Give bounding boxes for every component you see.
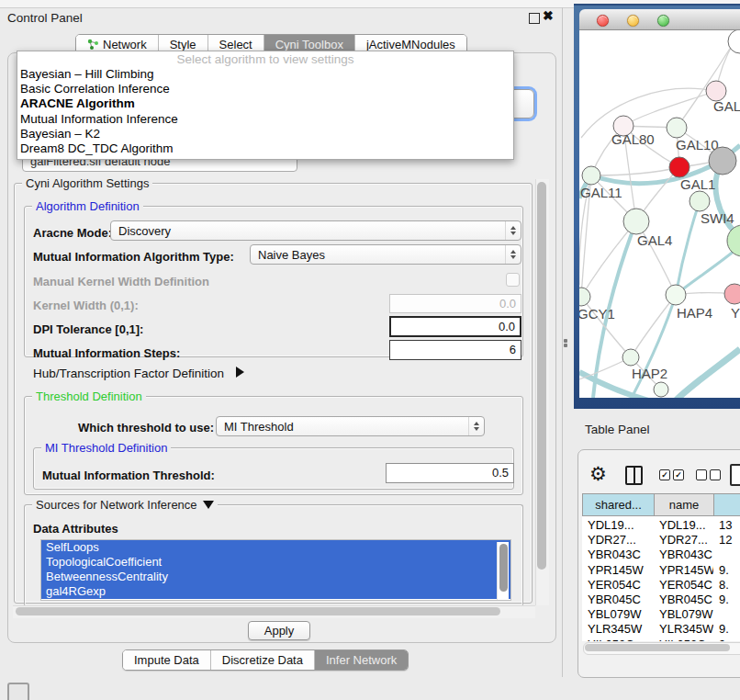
hub-definition-toggle[interactable]: Hub/Transcription Factor Definition bbox=[33, 367, 244, 380]
algorithm-option[interactable]: ARACNE Algorithm bbox=[17, 96, 513, 111]
aracne-mode-select[interactable]: Discovery bbox=[110, 220, 521, 241]
mi-steps-field[interactable]: 6 bbox=[389, 340, 521, 360]
table-cell[interactable]: YER054C bbox=[654, 578, 713, 593]
list-scrollbar[interactable] bbox=[497, 542, 509, 600]
float-panel-icon[interactable] bbox=[529, 13, 540, 24]
tab-impute-data[interactable]: Impute Data bbox=[123, 650, 210, 670]
split-columns-icon[interactable] bbox=[625, 466, 643, 485]
tab-infer-network[interactable]: Infer Network bbox=[314, 650, 408, 670]
table-row[interactable]: YDL19...YDL19...13 bbox=[582, 518, 740, 533]
network-node-gal4[interactable] bbox=[623, 209, 649, 234]
table-cell[interactable] bbox=[713, 548, 740, 562]
network-node-hap2[interactable] bbox=[622, 349, 639, 366]
data-attribute-item[interactable]: gal4RGexp bbox=[41, 584, 510, 599]
table-cell[interactable]: YDR27... bbox=[654, 533, 713, 548]
algorithm-option[interactable]: Mutual Information Inference bbox=[17, 112, 513, 127]
data-attribute-item[interactable]: BetweennessCentrality bbox=[41, 570, 510, 584]
table-cell[interactable]: YBR045C bbox=[582, 593, 654, 607]
table-cell[interactable] bbox=[713, 607, 740, 622]
network-edge[interactable] bbox=[677, 41, 734, 128]
apply-button[interactable]: Apply bbox=[248, 621, 310, 640]
manual-kernel-checkbox[interactable] bbox=[506, 273, 520, 287]
network-edge[interactable] bbox=[581, 88, 716, 138]
minimized-panel-button[interactable] bbox=[7, 683, 29, 700]
table-cell[interactable]: YBL079W bbox=[654, 607, 713, 622]
network-node-gal10[interactable] bbox=[667, 118, 687, 138]
table-cell[interactable]: 9. bbox=[713, 638, 740, 641]
table-cell[interactable]: YBR043C bbox=[654, 548, 713, 562]
network-node-gal1[interactable] bbox=[669, 157, 690, 177]
network-node[interactable] bbox=[727, 225, 740, 256]
table-horizontal-scrollbar-thumb[interactable] bbox=[585, 644, 730, 651]
table-row[interactable]: YPR145WYPR145W9. bbox=[582, 563, 740, 578]
table-row[interactable]: YBR043CYBR043C bbox=[582, 548, 740, 562]
mi-threshold-field[interactable]: 0.5 bbox=[386, 463, 514, 483]
which-threshold-select[interactable]: MI Threshold bbox=[216, 416, 485, 436]
network-node-swi4[interactable] bbox=[690, 191, 710, 211]
table-cell[interactable]: YBR043C bbox=[582, 548, 654, 562]
table-cell[interactable]: 9. bbox=[713, 563, 740, 578]
table-cell[interactable]: 12 bbox=[713, 533, 740, 548]
table-column-header[interactable] bbox=[713, 493, 740, 516]
window-minimize-icon[interactable] bbox=[627, 15, 639, 27]
list-scrollbar-thumb[interactable] bbox=[499, 544, 508, 592]
node-table: shared...name YDL19...YDL19...13YDR27...… bbox=[582, 493, 740, 641]
table-cell[interactable]: YLR345W bbox=[582, 622, 654, 637]
settings-horizontal-scrollbar-thumb[interactable] bbox=[16, 607, 500, 615]
data-attribute-item[interactable]: SelfLoops bbox=[41, 540, 510, 555]
network-edge[interactable] bbox=[581, 221, 636, 297]
table-column-header[interactable]: name bbox=[654, 493, 714, 516]
network-node-hap4[interactable] bbox=[666, 285, 686, 305]
network-node[interactable] bbox=[709, 147, 736, 175]
table-cell[interactable]: YDR27... bbox=[582, 533, 654, 548]
algorithm-option[interactable]: Bayesian – K2 bbox=[17, 127, 513, 141]
table-row[interactable]: YBL079WYBL079W bbox=[582, 607, 740, 622]
table-cell[interactable]: 9. bbox=[713, 622, 740, 637]
algorithm-option[interactable]: Basic Correlation Inference bbox=[17, 82, 513, 96]
table-row[interactable]: YBR045CYBR045C9. bbox=[582, 593, 740, 607]
network-edge[interactable] bbox=[591, 167, 679, 175]
table-cell[interactable]: 13 bbox=[713, 518, 740, 533]
table-cell[interactable]: YBL079W bbox=[582, 607, 654, 622]
table-cell[interactable]: 8. bbox=[713, 578, 740, 593]
network-node-y[interactable] bbox=[724, 284, 740, 304]
table-cell[interactable]: YIL052C bbox=[654, 638, 713, 641]
network-node-gal11[interactable] bbox=[582, 166, 600, 185]
table-row[interactable]: YLR345WYLR345W9. bbox=[582, 622, 740, 637]
network-edge[interactable] bbox=[631, 295, 676, 357]
select-all-columns-icon[interactable]: ✓✓ bbox=[659, 469, 684, 480]
mi-type-select[interactable]: Naive Bayes bbox=[250, 244, 521, 265]
table-cell[interactable]: YER054C bbox=[582, 578, 654, 593]
data-attributes-list[interactable]: SelfLoopsTopologicalCoefficientBetweenne… bbox=[40, 539, 511, 601]
table-row[interactable]: YER054CYER054C8. bbox=[582, 578, 740, 593]
data-attribute-item[interactable]: TopologicalCoefficient bbox=[41, 555, 510, 570]
table-cell[interactable]: YDL19... bbox=[582, 518, 654, 533]
table-cell[interactable]: YPR145W bbox=[582, 563, 654, 578]
table-cell[interactable]: YLR345W bbox=[654, 622, 713, 637]
network-canvas[interactable]: GALGAL80GAL10GAL1GAL11SWI4GAL4GCY1HAP4YH… bbox=[579, 30, 740, 398]
table-column-header[interactable]: shared... bbox=[582, 493, 655, 516]
deselect-columns-icon[interactable] bbox=[696, 469, 721, 480]
export-table-icon[interactable] bbox=[730, 464, 740, 486]
table-cell[interactable]: YPR145W bbox=[654, 563, 713, 578]
table-cell[interactable]: YDL19... bbox=[654, 518, 713, 533]
table-cell[interactable]: 9. bbox=[713, 593, 740, 607]
tab-discretize-data[interactable]: Discretize Data bbox=[210, 650, 314, 670]
table-row[interactable]: YDR27...YDR27...12 bbox=[582, 533, 740, 548]
window-close-icon[interactable] bbox=[597, 15, 609, 27]
network-node-gcy1[interactable] bbox=[579, 288, 590, 306]
table-cell[interactable]: YBR045C bbox=[654, 593, 713, 607]
close-panel-icon[interactable]: ✖ bbox=[543, 8, 554, 23]
settings-vertical-scrollbar-thumb[interactable] bbox=[537, 182, 546, 570]
table-row[interactable]: YIL052CYIL052C9. bbox=[582, 638, 740, 641]
network-node[interactable] bbox=[654, 382, 668, 397]
table-settings-gear-icon[interactable]: ⚙ bbox=[589, 463, 607, 485]
algorithm-option[interactable]: Bayesian – Hill Climbing bbox=[17, 67, 513, 82]
kernel-width-field[interactable]: 0.0 bbox=[389, 294, 521, 313]
table-cell[interactable]: YIL052C bbox=[582, 638, 654, 641]
splitter-grip[interactable] bbox=[563, 338, 568, 349]
dpi-tolerance-field[interactable]: 0.0 bbox=[389, 316, 521, 337]
window-zoom-icon[interactable] bbox=[657, 15, 669, 27]
network-edge[interactable] bbox=[676, 349, 740, 398]
algorithm-option[interactable]: Dream8 DC_TDC Algorithm bbox=[17, 141, 513, 156]
